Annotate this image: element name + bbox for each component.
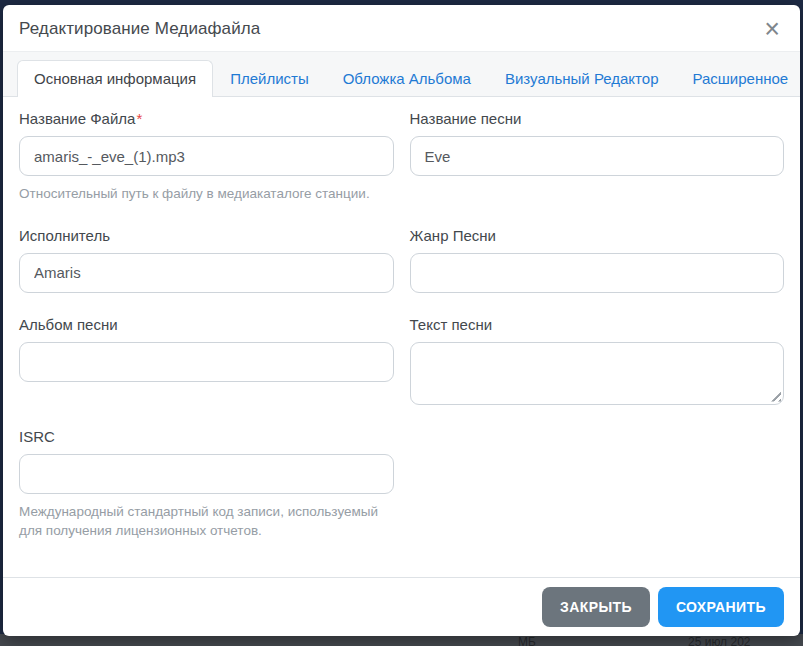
empty-cell — [410, 428, 785, 541]
close-button[interactable]: ЗАКРЫТЬ — [542, 587, 650, 627]
field-isrc: ISRC Международный стандартный код запис… — [19, 428, 394, 541]
song-title-input[interactable] — [410, 136, 785, 176]
modal-body: Название Файла* Относительный путь к фай… — [3, 97, 800, 577]
background-table-fragment: 25 июл 202 — [688, 635, 750, 646]
song-title-label: Название песни — [410, 110, 785, 127]
album-label: Альбом песни — [19, 316, 394, 333]
artist-input[interactable] — [19, 253, 394, 293]
isrc-label: ISRC — [19, 428, 394, 445]
background-table-fragment: МБ — [518, 635, 536, 646]
album-input[interactable] — [19, 342, 394, 382]
close-icon[interactable]: × — [760, 19, 784, 39]
field-genre: Жанр Песни — [410, 227, 785, 293]
save-button[interactable]: СОХРАНИТЬ — [658, 587, 784, 627]
tab-bar: Основная информация Плейлисты Обложка Ал… — [3, 51, 800, 97]
filename-input[interactable] — [19, 136, 394, 176]
field-song-title: Название песни — [410, 110, 785, 204]
tab-visual-editor[interactable]: Визуальный Редактор — [488, 60, 676, 97]
tab-advanced[interactable]: Расширенное — [675, 60, 803, 97]
edit-media-modal: Редактирование Медиафайла × Основная инф… — [3, 5, 800, 636]
filename-label: Название Файла* — [19, 110, 394, 127]
isrc-input[interactable] — [19, 454, 394, 494]
isrc-help-text: Международный стандартный код записи, ис… — [19, 502, 394, 541]
field-album: Альбом песни — [19, 316, 394, 405]
field-lyrics: Текст песни — [410, 316, 785, 405]
tab-album-art[interactable]: Обложка Альбома — [326, 60, 488, 97]
genre-label: Жанр Песни — [410, 227, 785, 244]
filename-help-text: Относительный путь к файлу в медиакатало… — [19, 184, 394, 204]
modal-title: Редактирование Медиафайла — [19, 19, 260, 39]
required-asterisk: * — [136, 110, 142, 127]
field-artist: Исполнитель — [19, 227, 394, 293]
artist-label: Исполнитель — [19, 227, 394, 244]
tab-playlists[interactable]: Плейлисты — [213, 60, 326, 97]
genre-input[interactable] — [410, 253, 785, 293]
lyrics-textarea[interactable] — [410, 342, 785, 405]
modal-header: Редактирование Медиафайла × — [3, 5, 800, 51]
tab-basic-info[interactable]: Основная информация — [17, 60, 213, 97]
lyrics-label: Текст песни — [410, 316, 785, 333]
field-filename: Название Файла* Относительный путь к фай… — [19, 110, 394, 204]
modal-footer: ЗАКРЫТЬ СОХРАНИТЬ — [3, 577, 800, 636]
